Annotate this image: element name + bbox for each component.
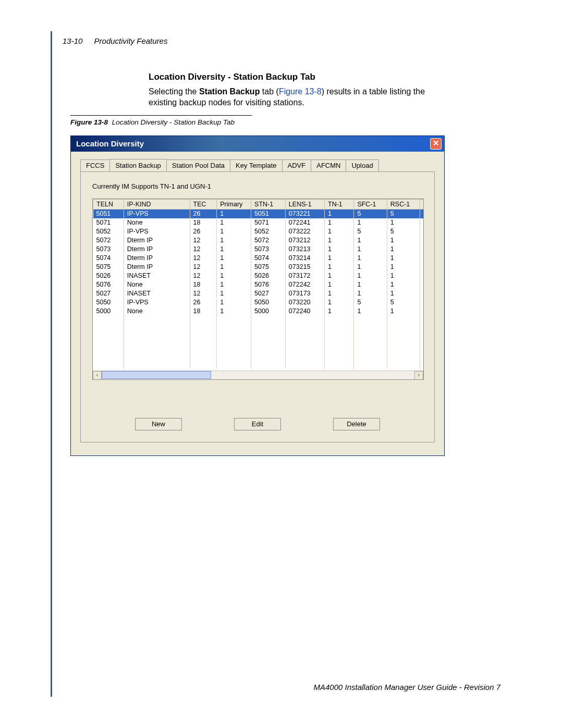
cell-stn1: 5026 — [251, 272, 286, 280]
cell-tn1: 1 — [325, 280, 354, 289]
tab-panel-station-backup: Currently IM Supports TN-1 and UGN-1 TEL… — [80, 171, 435, 442]
cell-sfc1: 5 — [354, 209, 387, 218]
table-row[interactable]: 5076None1815076072242111 — [93, 280, 424, 289]
cell-sfc1: 1 — [354, 280, 387, 289]
tab-upload[interactable]: Upload — [346, 159, 378, 172]
table-row[interactable]: 5052IP-VPS26150520732221552 — [93, 227, 424, 236]
column-header-seco[interactable]: Seco — [420, 200, 424, 209]
body-text-mid: tab ( — [260, 87, 278, 96]
cell-lens1: 073215 — [285, 263, 324, 272]
cell-lens1: 073172 — [285, 272, 324, 280]
cell-rsc1: 5 — [387, 227, 420, 236]
cell-primary: 1 — [217, 289, 251, 298]
cell-primary: 1 — [217, 263, 251, 272]
table-row[interactable]: 5051IP-VPS26150510732211552 — [93, 209, 424, 218]
scroll-left-button[interactable]: ‹ — [93, 371, 102, 380]
section-heading: Location Diversity - Station Backup Tab — [149, 72, 315, 82]
body-text-pre: Selecting the — [149, 87, 199, 96]
cell-primary: 1 — [217, 209, 251, 218]
cell-ipkind: Dterm IP — [124, 245, 190, 254]
cell-sfc1: 1 — [354, 307, 387, 316]
cell-primary: 1 — [217, 245, 251, 254]
location-diversity-dialog: Location Diversity ✕ FCCSStation BackupS… — [70, 135, 445, 456]
close-icon: ✕ — [433, 139, 439, 147]
tab-station-backup[interactable]: Station Backup — [109, 159, 166, 171]
cell-rsc1: 1 — [387, 280, 420, 289]
column-header-ipkind[interactable]: IP-KIND — [124, 200, 190, 209]
column-header-lens1[interactable]: LENS-1 — [285, 200, 324, 209]
figure-reference-link[interactable]: Figure 13-8 — [279, 87, 322, 96]
chapter-title: Productivity Features — [94, 36, 168, 45]
column-header-rsc1[interactable]: RSC-1 — [387, 200, 420, 209]
tab-afcmn[interactable]: AFCMN — [311, 159, 346, 172]
cell-teln: 5000 — [93, 307, 124, 316]
cell-seco: 2 — [420, 272, 424, 280]
cell-tn1: 1 — [325, 307, 354, 316]
cell-seco: 2 — [420, 245, 424, 254]
table-row[interactable]: 5075Dterm IP12150750732151112 — [93, 263, 424, 272]
tab-advf[interactable]: ADVF — [282, 159, 312, 172]
table-row[interactable]: 5072Dterm IP12150720732121112 — [93, 236, 424, 245]
cell-ipkind: IP-VPS — [124, 227, 190, 236]
table-row-empty[interactable] — [93, 334, 424, 342]
table-row-empty[interactable] — [93, 316, 424, 325]
scroll-track[interactable] — [102, 371, 414, 379]
column-header-teln[interactable]: TELN — [93, 200, 124, 209]
table-row-empty[interactable] — [93, 360, 424, 369]
scroll-right-button[interactable]: › — [414, 371, 423, 380]
table-row-empty[interactable] — [93, 325, 424, 334]
table-row[interactable]: 5027INASET12150270731731112 — [93, 289, 424, 298]
cell-teln: 5027 — [93, 289, 124, 298]
table-row[interactable]: 5074Dterm IP12150740732141112 — [93, 254, 424, 263]
table-row[interactable]: 5073Dterm IP12150730732131112 — [93, 245, 424, 254]
cell-tn1: 1 — [325, 227, 354, 236]
cell-ipkind: Dterm IP — [124, 254, 190, 263]
cell-primary: 1 — [217, 254, 251, 263]
scroll-thumb[interactable] — [102, 371, 211, 379]
cell-stn1: 5051 — [251, 209, 286, 218]
cell-seco: 2 — [420, 298, 424, 307]
cell-primary: 1 — [217, 236, 251, 245]
cell-teln: 5074 — [93, 254, 124, 263]
page-header: 13-10 Productivity Features — [63, 36, 167, 45]
edit-button[interactable]: Edit — [234, 418, 281, 430]
table-row[interactable]: 5050IP-VPS26150500732201552 — [93, 298, 424, 307]
tab-station-pool-data[interactable]: Station Pool Data — [166, 159, 230, 172]
column-header-sfc1[interactable]: SFC-1 — [354, 200, 387, 209]
table-row-empty[interactable] — [93, 351, 424, 360]
cell-teln: 5076 — [93, 280, 124, 289]
cell-stn1: 5072 — [251, 236, 286, 245]
new-button[interactable]: New — [135, 418, 182, 430]
cell-teln: 5050 — [93, 298, 124, 307]
body-paragraph: Selecting the Station Backup tab (Figure… — [149, 87, 440, 108]
cell-seco — [420, 307, 424, 316]
column-header-tn1[interactable]: TN-1 — [325, 200, 354, 209]
cell-tec: 18 — [190, 280, 217, 289]
tab-fccs[interactable]: FCCS — [80, 159, 110, 172]
table-row[interactable]: 5026INASET12150260731721112 — [93, 272, 424, 280]
close-button[interactable]: ✕ — [430, 138, 442, 150]
station-grid[interactable]: TELNIP-KINDTECPrimarySTN-1LENS-1TN-1SFC-… — [92, 199, 424, 380]
cell-lens1: 073222 — [285, 227, 324, 236]
table-row[interactable]: 5000None1815000072240111 — [93, 307, 424, 316]
column-header-primary[interactable]: Primary — [217, 200, 251, 209]
figure-caption-text: Location Diversity - Station Backup Tab — [112, 118, 235, 126]
cell-seco: 2 — [420, 254, 424, 263]
cell-stn1: 5050 — [251, 298, 286, 307]
dialog-titlebar[interactable]: Location Diversity ✕ — [71, 136, 444, 152]
tab-key-template[interactable]: Key Template — [230, 159, 283, 172]
table-row-empty[interactable] — [93, 342, 424, 351]
column-header-stn1[interactable]: STN-1 — [251, 200, 286, 209]
table-row[interactable]: 5071None1815071072241111 — [93, 218, 424, 227]
cell-seco: 2 — [420, 209, 424, 218]
cell-primary: 1 — [217, 218, 251, 227]
delete-button[interactable]: Delete — [333, 418, 380, 430]
page-footer: MA4000 Installation Manager User Guide -… — [313, 683, 500, 692]
cell-lens1: 072242 — [285, 280, 324, 289]
column-header-tec[interactable]: TEC — [190, 200, 217, 209]
cell-sfc1: 1 — [354, 263, 387, 272]
horizontal-scrollbar[interactable]: ‹ › — [93, 371, 423, 379]
cell-ipkind: None — [124, 307, 190, 316]
cell-rsc1: 5 — [387, 298, 420, 307]
figure-caption: Figure 13-8 Location Diversity - Station… — [70, 118, 235, 126]
